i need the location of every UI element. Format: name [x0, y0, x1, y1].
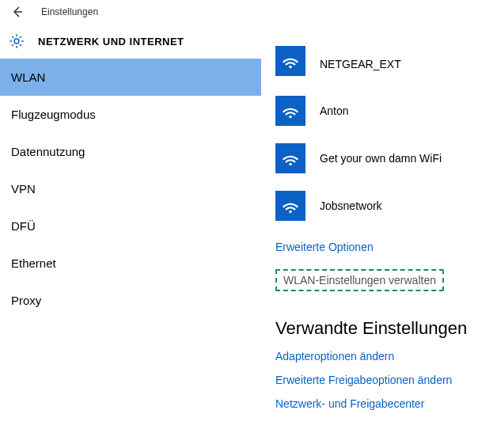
- sidebar-item-datennutzung[interactable]: Datennutzung: [0, 133, 261, 170]
- advanced-options-link[interactable]: Erweiterte Optionen: [275, 241, 478, 253]
- related-link-network-center[interactable]: Netzwerk- und Freigabecenter: [275, 397, 478, 410]
- related-link-sharing-options[interactable]: Erweiterte Freigabeoptionen ändern: [275, 374, 478, 386]
- wifi-icon: [275, 143, 305, 173]
- svg-point-3: [289, 163, 291, 165]
- manage-wlan-settings-link[interactable]: WLAN-Einstellungen verwalten: [275, 269, 444, 291]
- section-title: NETZWERK UND INTERNET: [38, 36, 184, 47]
- sidebar-item-label: Proxy: [11, 294, 41, 307]
- sidebar-item-ethernet[interactable]: Ethernet: [0, 245, 261, 282]
- wifi-network-item[interactable]: Jobsnetwork: [275, 182, 478, 230]
- sidebar-item-proxy[interactable]: Proxy: [0, 282, 261, 319]
- svg-point-1: [289, 66, 291, 68]
- back-button[interactable]: [8, 2, 27, 21]
- sidebar-item-label: Flugzeugmodus: [11, 108, 96, 121]
- wifi-network-name: Jobsnetwork: [320, 199, 382, 212]
- wifi-icon: [275, 46, 305, 76]
- sidebar-item-label: VPN: [11, 182, 36, 196]
- sidebar-item-label: Ethernet: [11, 256, 56, 270]
- related-link-adapter-options[interactable]: Adapteroptionen ändern: [275, 350, 478, 363]
- wifi-network-item[interactable]: Get your own damn WiFi: [275, 135, 478, 182]
- wifi-network-name: NETGEAR_EXT: [320, 59, 401, 70]
- sidebar-item-wlan[interactable]: WLAN: [0, 59, 261, 96]
- svg-point-4: [289, 211, 291, 213]
- sidebar-item-vpn[interactable]: VPN: [0, 170, 261, 207]
- content-pane: NETGEAR_EXT Anton: [261, 59, 478, 448]
- titlebar: Einstellungen: [0, 0, 478, 24]
- gear-icon: [8, 32, 25, 50]
- svg-point-0: [14, 39, 19, 44]
- wifi-network-item[interactable]: Anton: [275, 87, 478, 135]
- section-header: NETZWERK UND INTERNET: [0, 24, 478, 59]
- wifi-icon: [275, 191, 305, 221]
- sidebar-item-label: WLAN: [11, 70, 45, 84]
- related-settings-heading: Verwandte Einstellungen: [275, 318, 478, 339]
- sidebar-item-dfu[interactable]: DFÜ: [0, 207, 261, 245]
- window-title: Einstellungen: [41, 6, 98, 17]
- sidebar-item-label: Datennutzung: [11, 145, 85, 158]
- sidebar-item-label: DFÜ: [11, 219, 36, 233]
- wifi-network-name: Get your own damn WiFi: [320, 152, 442, 165]
- wifi-network-name: Anton: [320, 104, 349, 117]
- arrow-left-icon: [11, 6, 24, 18]
- wifi-network-item[interactable]: NETGEAR_EXT: [275, 59, 478, 87]
- svg-point-2: [289, 116, 291, 118]
- sidebar-item-flugzeugmodus[interactable]: Flugzeugmodus: [0, 96, 261, 133]
- sidebar: WLAN Flugzeugmodus Datennutzung VPN DFÜ …: [0, 59, 261, 448]
- wifi-icon: [275, 96, 305, 126]
